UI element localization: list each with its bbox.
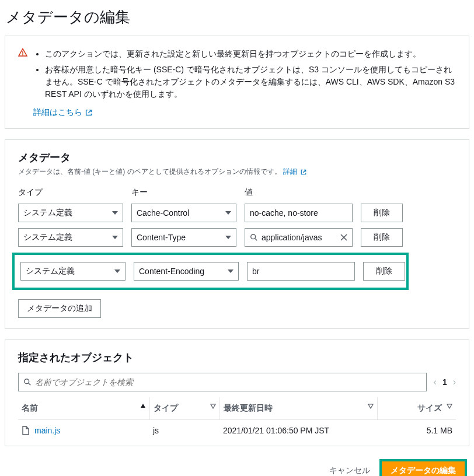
value-search-input[interactable]: application/javas [245,228,353,247]
caret-down-icon [114,270,120,273]
cancel-button[interactable]: キャンセル [329,466,370,476]
learn-more-link[interactable]: 詳細はこちら [33,107,93,118]
prev-page-button[interactable]: ‹ [434,377,437,387]
objects-heading: 指定されたオブジェクト [18,351,456,365]
caret-down-icon [112,211,118,215]
highlighted-row: システム定義 Content-Encoding br 削除 [12,253,409,290]
remove-button[interactable]: 削除 [363,262,405,281]
next-page-button[interactable]: › [453,377,456,387]
sort-icon[interactable] [368,403,374,409]
svg-point-1 [22,54,23,55]
cell-size: 5.1 MB [377,420,456,442]
search-icon [23,378,32,386]
metadata-desc-link[interactable]: 詳細 [283,167,307,176]
caret-down-icon [228,270,233,273]
type-select[interactable]: システム定義 [20,262,126,281]
page-number: 1 [442,377,447,387]
object-search-input[interactable] [18,373,427,391]
metadata-desc-text: メタデータは、名前-値 (キーと値) のペアとして提供されるオプションの情報です… [18,167,281,176]
th-name[interactable]: 名前 [22,403,38,412]
clear-icon[interactable] [340,234,347,241]
type-select-value: システム定義 [26,266,75,276]
th-size[interactable]: サイズ [417,403,442,412]
value-text: no-cache, no-store [250,208,318,218]
type-select-value: システム定義 [23,232,72,243]
metadata-heading: メタデータ [18,150,456,164]
svg-point-6 [25,379,29,384]
alert-item: お客様が用意した暗号化キー (SSE-C) で暗号化されたオブジェクトは、S3 … [45,64,456,100]
sort-icon[interactable] [210,403,216,409]
value-input[interactable]: no-cache, no-store [245,204,353,222]
metadata-desc: メタデータは、名前-値 (キーと値) のペアとして提供されるオプションの情報です… [18,167,456,177]
add-metadata-button[interactable]: メタデータの追加 [18,299,101,318]
svg-line-3 [255,239,257,241]
th-modified[interactable]: 最終更新日時 [224,403,273,412]
key-select[interactable]: Content-Type [131,228,236,247]
metadata-panel: メタデータ メタデータは、名前-値 (キーと値) のペアとして提供されるオプショ… [5,139,469,329]
cell-type: js [149,420,219,442]
cell-modified: 2021/01/21 01:06:50 PM JST [219,420,377,442]
value-text: br [252,267,259,276]
objects-table: 名前 タイプ 最終更新日時 サイズ main.js js 2021/01/21 … [18,397,456,441]
metadata-desc-link-label: 詳細 [283,167,297,176]
submit-highlight: メタデータの編集 [379,459,467,476]
page-title: メタデータの編集 [6,7,469,27]
key-select[interactable]: Content-Encoding [134,262,239,281]
file-link[interactable]: main.js [34,426,60,435]
svg-line-7 [29,383,31,386]
key-select-value: Content-Type [137,233,186,242]
remove-button[interactable]: 削除 [361,204,403,222]
learn-more-label: 詳細はこちら [33,107,82,118]
type-select-value: システム定義 [23,208,72,218]
pagination: ‹ 1 › [434,377,456,387]
col-type-label: タイプ [18,187,123,198]
col-key-label: キー [131,187,236,198]
objects-panel: 指定されたオブジェクト ‹ 1 › 名前 タイプ 最終更新日時 サイズ [5,340,469,446]
object-search-field[interactable] [35,377,421,387]
key-select-value: Content-Encoding [139,267,204,276]
value-text: application/javas [262,233,337,242]
type-select[interactable]: システム定義 [18,228,123,247]
svg-point-2 [251,235,256,239]
key-select[interactable]: Cache-Control [131,204,236,222]
sort-asc-icon[interactable] [140,403,146,409]
footer-actions: キャンセル メタデータの編集 [5,457,469,476]
alert-panel: このアクションでは、更新された設定と新しい最終更新日を持つオブジェクトのコピーを… [5,36,469,129]
remove-button[interactable]: 削除 [361,228,403,247]
file-icon [22,426,30,435]
warning-icon [18,48,27,59]
search-icon [250,233,258,242]
key-select-value: Cache-Control [137,208,189,218]
submit-button[interactable]: メタデータの編集 [382,461,465,476]
external-link-icon [85,108,93,117]
alert-content: このアクションでは、更新された設定と新しい最終更新日を持つオブジェクトのコピーを… [33,47,456,104]
col-value-label: 値 [245,187,353,198]
type-select[interactable]: システム定義 [18,204,123,222]
value-input[interactable]: br [247,262,355,281]
caret-down-icon [112,236,118,239]
caret-down-icon [225,211,231,215]
alert-item: このアクションでは、更新された設定と新しい最終更新日を持つオブジェクトのコピーを… [45,48,456,60]
table-row: main.js js 2021/01/21 01:06:50 PM JST 5.… [18,420,456,442]
caret-down-icon [225,236,231,239]
th-type[interactable]: タイプ [154,403,178,412]
sort-icon[interactable] [447,403,452,409]
